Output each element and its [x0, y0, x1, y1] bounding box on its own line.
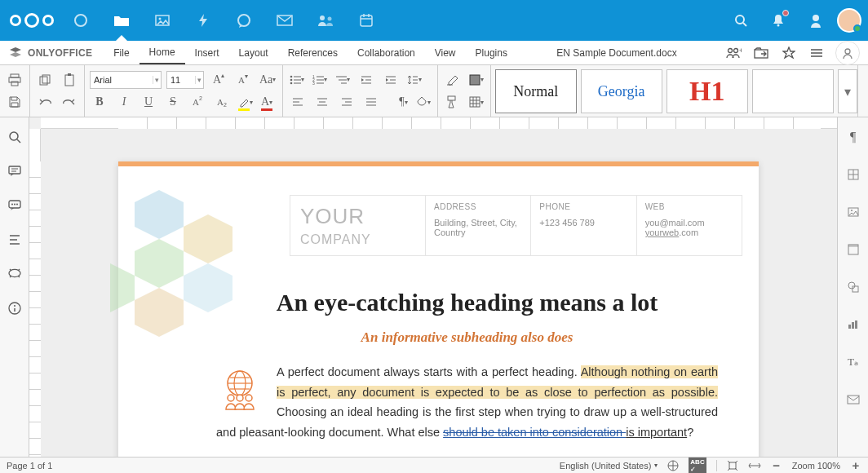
style-georgia[interactable]: Georgia	[581, 69, 662, 113]
textart-settings-icon[interactable]: Tₐ	[844, 352, 863, 372]
clear-style-icon[interactable]	[443, 70, 463, 90]
search-icon[interactable]	[724, 4, 757, 37]
print-icon[interactable]	[5, 70, 24, 90]
activity-app-icon[interactable]	[183, 0, 224, 41]
copy-style-icon[interactable]	[443, 92, 463, 112]
fit-width-icon[interactable]	[748, 462, 761, 470]
style-normal[interactable]: Normal	[495, 69, 577, 113]
tab-insert[interactable]: Insert	[185, 41, 229, 64]
undo-icon[interactable]	[35, 92, 55, 112]
nonprinting-icon[interactable]: ¶▾	[397, 92, 409, 112]
zoom-level[interactable]: Zoom 100%	[792, 461, 840, 471]
open-location-icon[interactable]	[752, 44, 770, 62]
tracking-icon[interactable]: ABC✓	[689, 458, 706, 474]
nextcloud-logo[interactable]	[10, 13, 54, 28]
navigation-icon[interactable]	[5, 230, 24, 250]
horizontal-ruler[interactable]	[41, 117, 837, 129]
mail-app-icon[interactable]	[264, 0, 305, 41]
vertical-ruler[interactable]	[29, 129, 41, 457]
share-users-icon[interactable]: +	[724, 44, 742, 62]
header-footer-icon[interactable]	[844, 240, 863, 259]
editor-user-icon[interactable]	[835, 41, 860, 65]
svg-point-108	[851, 210, 852, 211]
notifications-icon[interactable]	[762, 4, 795, 37]
feedback-icon[interactable]	[5, 264, 24, 284]
paragraph-settings-icon[interactable]: ¶	[844, 127, 863, 147]
copy-icon[interactable]	[35, 70, 55, 90]
italic-icon[interactable]: I	[114, 92, 134, 112]
fit-page-icon[interactable]	[727, 460, 738, 471]
line-spacing-icon[interactable]: ▾	[405, 70, 423, 90]
tab-collaboration[interactable]: Collaboration	[348, 41, 425, 64]
align-right-icon[interactable]	[337, 92, 356, 112]
align-justify-icon[interactable]	[361, 92, 381, 112]
contacts-menu-icon[interactable]	[799, 4, 832, 37]
increase-indent-icon[interactable]	[381, 70, 401, 90]
document-canvas[interactable]: YOUR COMPANY ADDRESS Building, Street, C…	[41, 129, 837, 457]
decrease-indent-icon[interactable]	[356, 70, 376, 90]
dashboard-app-icon[interactable]	[60, 0, 101, 41]
change-case-icon[interactable]: Aa▾	[258, 70, 277, 90]
numbering-icon[interactable]: 123▾	[311, 70, 329, 90]
decrease-font-icon[interactable]: A▾	[233, 70, 253, 90]
font-color-icon[interactable]: A▾	[259, 92, 274, 112]
font-size-select[interactable]: 11▾	[166, 71, 204, 89]
save-icon[interactable]	[5, 92, 24, 112]
svg-point-83	[16, 204, 18, 206]
highlight-color-icon[interactable]: ▾	[237, 92, 255, 112]
photos-app-icon[interactable]	[142, 0, 183, 41]
svg-point-16	[733, 48, 737, 52]
align-center-icon[interactable]	[312, 92, 332, 112]
tab-view[interactable]: View	[425, 41, 466, 64]
paste-icon[interactable]	[60, 70, 79, 90]
tab-plugins[interactable]: Plugins	[466, 41, 517, 64]
redo-icon[interactable]	[60, 92, 79, 112]
chat-icon[interactable]	[5, 196, 24, 215]
find-icon[interactable]	[5, 127, 24, 147]
contacts-app-icon[interactable]	[305, 0, 346, 41]
talk-app-icon[interactable]	[224, 0, 264, 41]
increase-font-icon[interactable]: A▴	[209, 70, 228, 90]
tab-file[interactable]: File	[104, 41, 139, 64]
style-empty[interactable]	[752, 69, 834, 113]
about-icon[interactable]	[5, 298, 24, 318]
onlyoffice-logo[interactable]: ONLYOFFICE	[0, 41, 104, 64]
chart-settings-icon[interactable]	[844, 315, 863, 334]
table-settings-icon[interactable]	[844, 165, 863, 184]
style-more-icon[interactable]: ▾	[838, 69, 857, 113]
shape-settings-icon[interactable]	[844, 277, 863, 297]
zoom-out-button[interactable]: −	[771, 458, 782, 472]
language-selector[interactable]: English (United States) ▾	[560, 461, 658, 471]
files-app-icon[interactable]	[101, 0, 142, 41]
svg-point-82	[14, 204, 16, 206]
style-h1[interactable]: H1	[666, 69, 748, 113]
svg-point-34	[290, 82, 293, 84]
multilevel-icon[interactable]: ▾	[334, 70, 352, 90]
tab-references[interactable]: References	[278, 41, 348, 64]
favorite-star-icon[interactable]	[780, 44, 798, 62]
tab-home[interactable]: Home	[140, 41, 185, 64]
superscript-icon[interactable]: A2	[188, 92, 207, 112]
font-name-select[interactable]: Arial▾	[90, 71, 162, 89]
zoom-in-button[interactable]: +	[850, 458, 861, 472]
align-left-icon[interactable]	[288, 92, 308, 112]
underline-icon[interactable]: U	[139, 92, 158, 112]
comments-icon[interactable]	[5, 161, 24, 181]
document-page: YOUR COMPANY ADDRESS Building, Street, C…	[118, 161, 759, 457]
table-icon[interactable]: ▾	[467, 92, 485, 112]
bullets-icon[interactable]: ▾	[288, 70, 306, 90]
bold-icon[interactable]: B	[90, 92, 109, 112]
spellcheck-icon[interactable]	[667, 460, 679, 471]
shading-icon[interactable]: ▾	[414, 92, 432, 112]
tab-layout[interactable]: Layout	[229, 41, 278, 64]
user-avatar[interactable]	[837, 8, 861, 33]
calendar-app-icon[interactable]	[346, 0, 387, 41]
mailmerge-icon[interactable]	[844, 390, 863, 409]
strikethrough-icon[interactable]: S	[163, 92, 183, 112]
page-indicator[interactable]: Page 1 of 1	[7, 461, 52, 471]
border-icon[interactable]: ▾	[467, 70, 485, 90]
subscript-icon[interactable]: A2	[212, 92, 232, 112]
svg-line-12	[743, 23, 746, 26]
menu-icon[interactable]	[808, 44, 826, 62]
image-settings-icon[interactable]	[844, 202, 863, 222]
